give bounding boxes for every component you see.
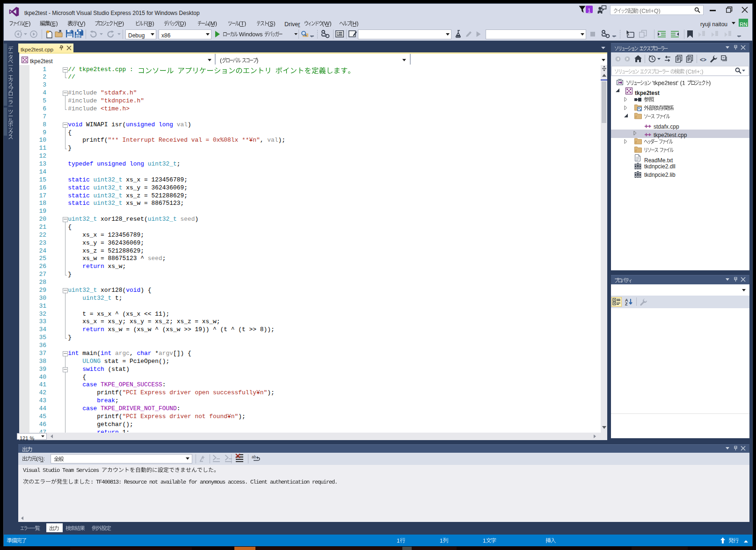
svg-text:Z: Z (625, 302, 628, 306)
svg-text:ab: ab (252, 455, 256, 459)
